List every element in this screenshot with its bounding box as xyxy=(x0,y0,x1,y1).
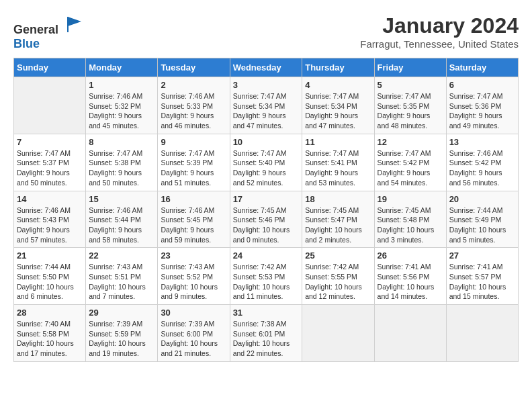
calendar-day-cell: 9Sunrise: 7:47 AM Sunset: 5:39 PM Daylig… xyxy=(158,134,230,191)
logo-text: General Blue xyxy=(13,13,85,51)
calendar-day-cell: 21Sunrise: 7:44 AM Sunset: 5:50 PM Dayli… xyxy=(14,248,86,305)
calendar-day-cell: 20Sunrise: 7:44 AM Sunset: 5:49 PM Dayli… xyxy=(446,191,518,248)
day-info: Sunrise: 7:46 AM Sunset: 5:33 PM Dayligh… xyxy=(161,91,226,131)
day-info: Sunrise: 7:42 AM Sunset: 5:55 PM Dayligh… xyxy=(305,262,371,302)
calendar-day-header: Sunday xyxy=(14,58,86,77)
calendar-day-cell xyxy=(14,77,86,134)
day-info: Sunrise: 7:43 AM Sunset: 5:51 PM Dayligh… xyxy=(89,262,154,302)
calendar-day-cell: 18Sunrise: 7:45 AM Sunset: 5:47 PM Dayli… xyxy=(302,191,374,248)
day-number: 20 xyxy=(449,194,515,204)
calendar-day-cell: 25Sunrise: 7:42 AM Sunset: 5:55 PM Dayli… xyxy=(302,248,374,305)
calendar-day-cell: 16Sunrise: 7:46 AM Sunset: 5:45 PM Dayli… xyxy=(158,191,230,248)
calendar-day-header: Saturday xyxy=(446,58,518,77)
day-info: Sunrise: 7:39 AM Sunset: 5:59 PM Dayligh… xyxy=(89,319,154,359)
day-info: Sunrise: 7:39 AM Sunset: 6:00 PM Dayligh… xyxy=(161,319,226,359)
calendar-day-cell: 4Sunrise: 7:47 AM Sunset: 5:34 PM Daylig… xyxy=(302,77,374,134)
calendar-day-cell: 10Sunrise: 7:47 AM Sunset: 5:40 PM Dayli… xyxy=(230,134,302,191)
day-number: 28 xyxy=(17,308,83,318)
calendar-day-cell: 30Sunrise: 7:39 AM Sunset: 6:00 PM Dayli… xyxy=(158,305,230,362)
day-number: 15 xyxy=(89,194,154,204)
day-number: 31 xyxy=(233,308,300,318)
calendar-day-cell: 23Sunrise: 7:43 AM Sunset: 5:52 PM Dayli… xyxy=(158,248,230,305)
calendar-day-cell: 27Sunrise: 7:41 AM Sunset: 5:57 PM Dayli… xyxy=(446,248,518,305)
day-number: 6 xyxy=(449,80,515,90)
calendar-week-row: 14Sunrise: 7:46 AM Sunset: 5:43 PM Dayli… xyxy=(14,191,519,248)
day-number: 30 xyxy=(161,308,226,318)
logo-flag-icon xyxy=(64,13,85,34)
logo-blue: Blue xyxy=(13,37,40,50)
day-info: Sunrise: 7:47 AM Sunset: 5:40 PM Dayligh… xyxy=(233,148,300,188)
calendar-day-cell xyxy=(446,305,518,362)
calendar-day-cell: 12Sunrise: 7:47 AM Sunset: 5:42 PM Dayli… xyxy=(374,134,446,191)
month-title: January 2024 xyxy=(360,13,519,38)
logo: General Blue xyxy=(13,13,85,51)
day-number: 27 xyxy=(449,250,515,261)
day-info: Sunrise: 7:47 AM Sunset: 5:36 PM Dayligh… xyxy=(449,91,515,131)
logo-general: General xyxy=(13,23,58,36)
day-number: 17 xyxy=(233,194,300,204)
calendar-day-cell: 2Sunrise: 7:46 AM Sunset: 5:33 PM Daylig… xyxy=(158,77,230,134)
calendar-day-cell: 1Sunrise: 7:46 AM Sunset: 5:32 PM Daylig… xyxy=(86,77,158,134)
day-info: Sunrise: 7:44 AM Sunset: 5:50 PM Dayligh… xyxy=(17,262,83,302)
calendar-day-cell: 3Sunrise: 7:47 AM Sunset: 5:34 PM Daylig… xyxy=(230,77,302,134)
calendar-table: SundayMondayTuesdayWednesdayThursdayFrid… xyxy=(13,58,519,362)
calendar-day-cell: 5Sunrise: 7:47 AM Sunset: 5:35 PM Daylig… xyxy=(374,77,446,134)
day-info: Sunrise: 7:47 AM Sunset: 5:34 PM Dayligh… xyxy=(305,91,371,131)
day-info: Sunrise: 7:42 AM Sunset: 5:53 PM Dayligh… xyxy=(233,262,300,302)
day-info: Sunrise: 7:46 AM Sunset: 5:44 PM Dayligh… xyxy=(89,205,154,245)
calendar-day-cell: 7Sunrise: 7:47 AM Sunset: 5:37 PM Daylig… xyxy=(14,134,86,191)
day-info: Sunrise: 7:40 AM Sunset: 5:58 PM Dayligh… xyxy=(17,319,83,359)
calendar-day-header: Friday xyxy=(374,58,446,77)
day-number: 19 xyxy=(378,194,443,204)
calendar-week-row: 7Sunrise: 7:47 AM Sunset: 5:37 PM Daylig… xyxy=(14,134,519,191)
day-info: Sunrise: 7:47 AM Sunset: 5:41 PM Dayligh… xyxy=(305,148,371,188)
day-number: 23 xyxy=(161,250,226,261)
calendar-day-cell: 15Sunrise: 7:46 AM Sunset: 5:44 PM Dayli… xyxy=(86,191,158,248)
day-number: 3 xyxy=(233,80,300,90)
day-info: Sunrise: 7:47 AM Sunset: 5:42 PM Dayligh… xyxy=(378,148,443,188)
day-number: 11 xyxy=(305,137,371,147)
calendar-day-cell: 14Sunrise: 7:46 AM Sunset: 5:43 PM Dayli… xyxy=(14,191,86,248)
day-number: 21 xyxy=(17,250,83,261)
day-info: Sunrise: 7:41 AM Sunset: 5:56 PM Dayligh… xyxy=(378,262,443,302)
day-info: Sunrise: 7:46 AM Sunset: 5:43 PM Dayligh… xyxy=(17,205,83,245)
calendar-day-header: Tuesday xyxy=(158,58,230,77)
day-number: 2 xyxy=(161,80,226,90)
day-number: 29 xyxy=(89,308,154,318)
day-number: 9 xyxy=(161,137,226,147)
calendar-day-header: Thursday xyxy=(302,58,374,77)
day-number: 12 xyxy=(378,137,443,147)
calendar-week-row: 21Sunrise: 7:44 AM Sunset: 5:50 PM Dayli… xyxy=(14,248,519,305)
day-number: 24 xyxy=(233,250,300,261)
day-info: Sunrise: 7:45 AM Sunset: 5:46 PM Dayligh… xyxy=(233,205,300,245)
header: General Blue January 2024 Farragut, Tenn… xyxy=(13,13,519,51)
calendar-day-header: Wednesday xyxy=(230,58,302,77)
calendar-day-cell: 11Sunrise: 7:47 AM Sunset: 5:41 PM Dayli… xyxy=(302,134,374,191)
calendar-day-cell: 8Sunrise: 7:47 AM Sunset: 5:38 PM Daylig… xyxy=(86,134,158,191)
day-info: Sunrise: 7:46 AM Sunset: 5:32 PM Dayligh… xyxy=(89,91,154,131)
day-info: Sunrise: 7:46 AM Sunset: 5:45 PM Dayligh… xyxy=(161,205,226,245)
day-number: 13 xyxy=(449,137,515,147)
day-info: Sunrise: 7:45 AM Sunset: 5:48 PM Dayligh… xyxy=(378,205,443,245)
day-info: Sunrise: 7:44 AM Sunset: 5:49 PM Dayligh… xyxy=(449,205,515,245)
day-number: 8 xyxy=(89,137,154,147)
day-info: Sunrise: 7:47 AM Sunset: 5:37 PM Dayligh… xyxy=(17,148,83,188)
day-number: 25 xyxy=(305,250,371,261)
day-info: Sunrise: 7:47 AM Sunset: 5:35 PM Dayligh… xyxy=(378,91,443,131)
svg-marker-0 xyxy=(68,17,81,26)
calendar-day-cell: 26Sunrise: 7:41 AM Sunset: 5:56 PM Dayli… xyxy=(374,248,446,305)
location-title: Farragut, Tennessee, United States xyxy=(360,38,519,50)
day-number: 5 xyxy=(378,80,443,90)
calendar-day-cell: 13Sunrise: 7:46 AM Sunset: 5:42 PM Dayli… xyxy=(446,134,518,191)
calendar-week-row: 28Sunrise: 7:40 AM Sunset: 5:58 PM Dayli… xyxy=(14,305,519,362)
calendar-header-row: SundayMondayTuesdayWednesdayThursdayFrid… xyxy=(14,58,519,77)
calendar-day-cell xyxy=(374,305,446,362)
day-info: Sunrise: 7:46 AM Sunset: 5:42 PM Dayligh… xyxy=(449,148,515,188)
day-number: 18 xyxy=(305,194,371,204)
calendar-day-cell: 28Sunrise: 7:40 AM Sunset: 5:58 PM Dayli… xyxy=(14,305,86,362)
day-number: 10 xyxy=(233,137,300,147)
day-number: 16 xyxy=(161,194,226,204)
calendar-day-cell: 19Sunrise: 7:45 AM Sunset: 5:48 PM Dayli… xyxy=(374,191,446,248)
title-section: January 2024 Farragut, Tennessee, United… xyxy=(360,13,519,50)
day-number: 26 xyxy=(378,250,443,261)
